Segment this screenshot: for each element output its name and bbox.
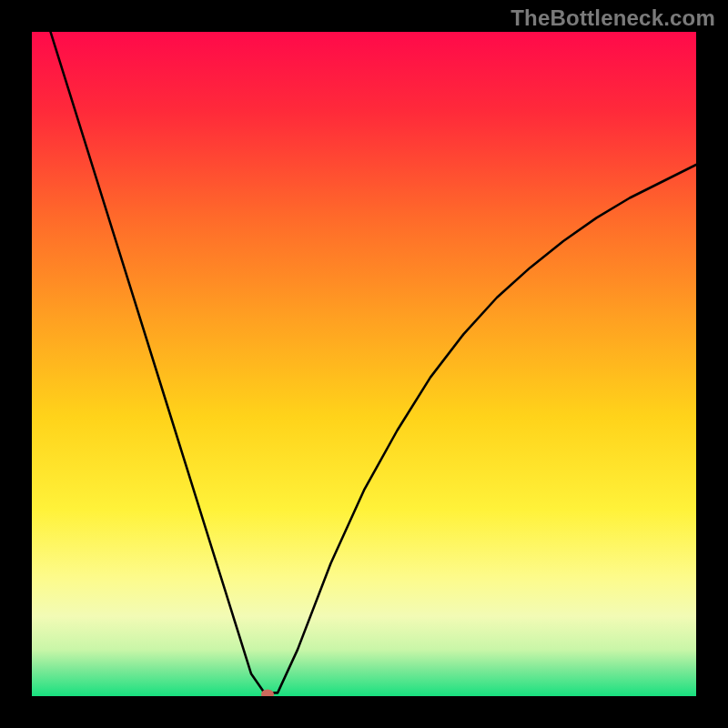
plot-area [32,32,696,696]
minimum-marker-icon [261,689,274,696]
chart-frame: TheBottleneck.com [0,0,728,728]
bottleneck-curve [32,32,696,696]
watermark-text: TheBottleneck.com [511,5,715,31]
